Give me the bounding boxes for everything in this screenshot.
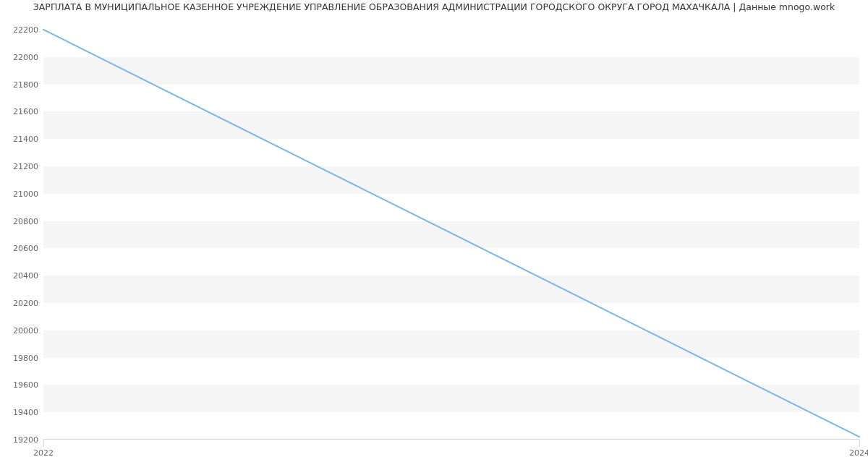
y-tick-label: 22200 bbox=[4, 25, 38, 34]
y-tick-label: 20200 bbox=[4, 298, 38, 307]
y-tick-label: 19800 bbox=[4, 353, 38, 362]
y-tick-label: 21200 bbox=[4, 161, 38, 171]
y-tick-label: 20800 bbox=[4, 216, 38, 226]
x-tick-label: 2024 bbox=[849, 448, 868, 458]
line-layer bbox=[43, 16, 859, 440]
y-tick-label: 20000 bbox=[4, 325, 38, 335]
y-tick-label: 20600 bbox=[4, 244, 38, 253]
y-tick-label: 19400 bbox=[4, 408, 38, 417]
y-tick-label: 21400 bbox=[4, 134, 38, 144]
y-tick-label: 20400 bbox=[4, 271, 38, 281]
chart-container: ЗАРПЛАТА В МУНИЦИПАЛЬНОЕ КАЗЕННОЕ УЧРЕЖД… bbox=[0, 0, 868, 470]
y-tick-label: 21600 bbox=[4, 107, 38, 116]
x-tick-label: 2022 bbox=[33, 448, 54, 458]
y-tick-label: 22000 bbox=[4, 52, 38, 61]
y-tick-label: 19200 bbox=[4, 435, 38, 445]
chart-title: ЗАРПЛАТА В МУНИЦИПАЛЬНОЕ КАЗЕННОЕ УЧРЕЖД… bbox=[0, 1, 868, 12]
plot-area bbox=[43, 16, 859, 440]
y-tick-label: 21800 bbox=[4, 80, 38, 89]
x-axis-line bbox=[43, 439, 859, 440]
x-tick-mark bbox=[43, 440, 44, 447]
plot-inner bbox=[43, 16, 859, 440]
series-line bbox=[43, 30, 859, 437]
y-tick-label: 21000 bbox=[4, 189, 38, 198]
x-tick-mark bbox=[859, 440, 860, 447]
y-tick-label: 19600 bbox=[4, 380, 38, 390]
